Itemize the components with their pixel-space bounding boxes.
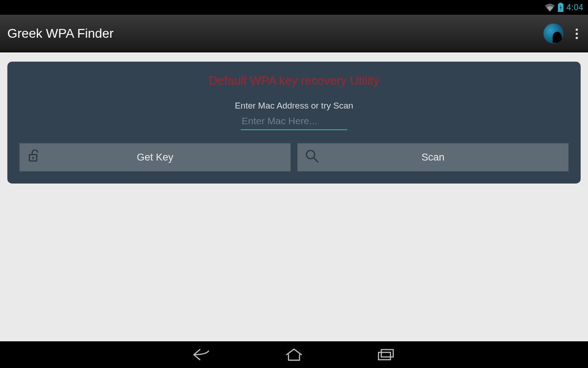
battery-charging-icon xyxy=(558,3,564,12)
app-title: Greek WPA Finder xyxy=(7,26,543,41)
main-card: Default WPA key recovery Utility Enter M… xyxy=(7,62,581,184)
app-logo-icon xyxy=(543,23,564,44)
home-button[interactable] xyxy=(280,345,308,364)
content-area: Default WPA key recovery Utility Enter M… xyxy=(0,52,588,341)
wifi-icon xyxy=(545,3,555,12)
recents-button[interactable] xyxy=(372,345,400,364)
svg-rect-3 xyxy=(33,157,34,159)
card-title: Default WPA key recovery Utility xyxy=(19,74,569,88)
unlock-icon xyxy=(26,148,42,167)
system-nav-bar xyxy=(0,341,588,368)
svg-line-5 xyxy=(314,158,318,162)
status-clock: 4:04 xyxy=(566,3,583,12)
svg-rect-0 xyxy=(559,3,562,4)
mac-address-input[interactable] xyxy=(241,114,347,130)
get-key-label: Get Key xyxy=(20,151,290,163)
status-bar: 4:04 xyxy=(0,0,588,15)
get-key-button[interactable]: Get Key xyxy=(19,143,291,172)
search-icon xyxy=(304,148,320,167)
scan-button[interactable]: Scan xyxy=(297,143,569,172)
svg-rect-6 xyxy=(379,352,390,360)
back-button[interactable] xyxy=(188,345,216,364)
svg-rect-7 xyxy=(381,350,393,357)
app-bar: Greek WPA Finder xyxy=(0,15,588,52)
overflow-menu-button[interactable] xyxy=(573,26,581,42)
scan-label: Scan xyxy=(298,151,568,163)
mac-prompt-label: Enter Mac Address or try Scan xyxy=(19,101,569,111)
